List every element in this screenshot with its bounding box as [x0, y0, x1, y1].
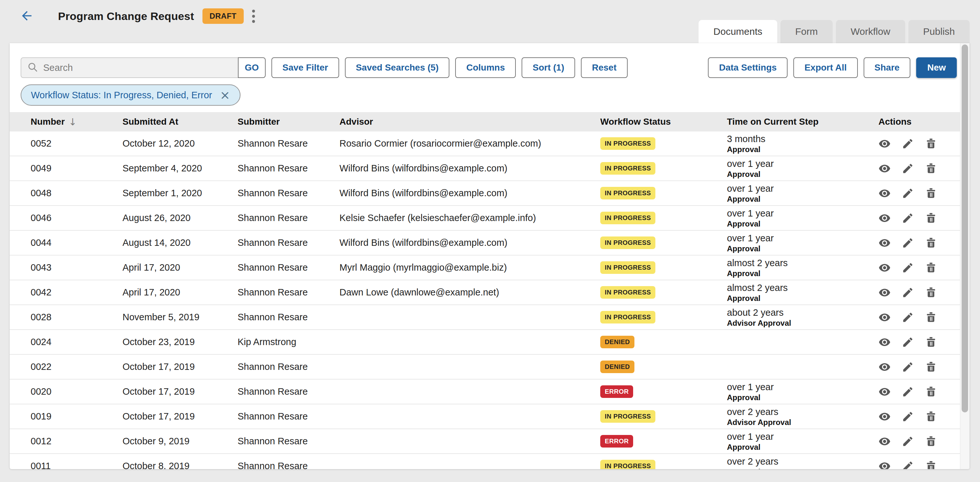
- cell-actions: [878, 237, 960, 249]
- view-button[interactable]: [878, 187, 891, 200]
- column-header-submitter[interactable]: Submitter: [238, 117, 339, 127]
- table-row[interactable]: 0024October 23, 2019Kip ArmstrongDENIED: [10, 330, 960, 355]
- edit-button[interactable]: [902, 162, 914, 174]
- delete-button[interactable]: [925, 138, 937, 150]
- delete-button[interactable]: [925, 187, 937, 200]
- delete-button[interactable]: [925, 435, 937, 447]
- column-header-time-on-current-step[interactable]: Time on Current Step: [727, 117, 878, 127]
- view-button[interactable]: [878, 162, 891, 174]
- columns-button[interactable]: Columns: [455, 57, 516, 78]
- table-row[interactable]: 0020October 17, 2019Shannon ResareERRORo…: [10, 379, 960, 404]
- table-row[interactable]: 0019October 17, 2019Shannon ResareIN PRO…: [10, 404, 960, 429]
- reset-button[interactable]: Reset: [581, 57, 627, 78]
- view-button[interactable]: [878, 237, 891, 249]
- view-button[interactable]: [878, 212, 891, 224]
- table-row[interactable]: 0012October 9, 2019Shannon ResareERRORov…: [10, 429, 960, 454]
- delete-button[interactable]: [925, 336, 937, 348]
- column-header-actions[interactable]: Actions: [878, 117, 970, 127]
- save-filter-button[interactable]: Save Filter: [271, 57, 339, 78]
- delete-button[interactable]: [925, 460, 937, 469]
- delete-button[interactable]: [925, 212, 937, 224]
- time-on-step-value: over 2 years: [727, 406, 878, 417]
- back-button[interactable]: [19, 9, 34, 24]
- search-input[interactable]: [43, 62, 232, 73]
- kebab-menu-icon[interactable]: [251, 8, 256, 24]
- table-row[interactable]: 0044August 14, 2020Shannon ResareWilford…: [10, 231, 960, 255]
- tab-form[interactable]: Form: [780, 20, 833, 43]
- delete-button[interactable]: [925, 237, 937, 249]
- chip-close-icon[interactable]: ×: [220, 89, 230, 101]
- view-button[interactable]: [878, 262, 891, 274]
- column-header-workflow-status[interactable]: Workflow Status: [600, 117, 727, 127]
- column-header-advisor[interactable]: Advisor: [339, 117, 600, 127]
- delete-button[interactable]: [925, 361, 937, 373]
- table-row[interactable]: 0043April 17, 2020Shannon ResareMyrl Mag…: [10, 255, 960, 280]
- edit-button[interactable]: [902, 138, 914, 150]
- table-row[interactable]: 0048September 1, 2020Shannon ResareWilfo…: [10, 181, 960, 206]
- cell-actions: [878, 435, 960, 447]
- view-button[interactable]: [878, 311, 891, 323]
- view-button[interactable]: [878, 336, 891, 348]
- delete-button[interactable]: [925, 287, 937, 299]
- table-row[interactable]: 0052October 12, 2020Shannon ResareRosari…: [10, 132, 960, 156]
- cell-actions: [878, 162, 960, 174]
- cell-submitted-at: October 9, 2019: [123, 436, 238, 447]
- cell-actions: [878, 386, 960, 398]
- tab-documents[interactable]: Documents: [698, 20, 777, 43]
- export-all-button[interactable]: Export All: [793, 57, 858, 78]
- tab-publish[interactable]: Publish: [908, 20, 970, 43]
- data-settings-button[interactable]: Data Settings: [708, 57, 788, 78]
- sort-1-button[interactable]: Sort (1): [522, 57, 575, 78]
- view-button[interactable]: [878, 287, 891, 299]
- edit-button[interactable]: [902, 311, 914, 323]
- edit-button[interactable]: [902, 361, 914, 373]
- delete-button[interactable]: [925, 311, 937, 323]
- edit-button[interactable]: [902, 411, 914, 423]
- view-button[interactable]: [878, 138, 891, 150]
- tab-workflow[interactable]: Workflow: [836, 20, 905, 43]
- edit-button[interactable]: [902, 336, 914, 348]
- edit-button[interactable]: [902, 262, 914, 274]
- edit-button[interactable]: [902, 212, 914, 224]
- workflow-status-badge: IN PROGRESS: [600, 286, 655, 299]
- cell-time-on-step: 3 monthsApproval: [727, 133, 878, 154]
- edit-button[interactable]: [902, 187, 914, 200]
- column-label: Time on Current Step: [727, 117, 818, 127]
- trash-icon: [925, 344, 937, 348]
- cell-workflow-status: IN PROGRESS: [600, 137, 727, 150]
- tab-bar: DocumentsFormWorkflowPublish: [698, 20, 970, 43]
- table-row[interactable]: 0042April 17, 2020Shannon ResareDawn Low…: [10, 280, 960, 305]
- edit-button[interactable]: [902, 237, 914, 249]
- edit-button[interactable]: [902, 287, 914, 299]
- delete-button[interactable]: [925, 262, 937, 274]
- view-button[interactable]: [878, 386, 891, 398]
- view-button[interactable]: [878, 361, 891, 373]
- cell-actions: [878, 138, 960, 150]
- table-row[interactable]: 0028November 5, 2019Shannon ResareIN PRO…: [10, 305, 960, 330]
- delete-button[interactable]: [925, 386, 937, 398]
- saved-searches-5-button[interactable]: Saved Searches (5): [345, 57, 450, 78]
- scrollbar-track[interactable]: [960, 43, 970, 469]
- table-row[interactable]: 0011October 8, 2019Shannon ResareIN PROG…: [10, 454, 960, 469]
- table-row[interactable]: 0046August 26, 2020Shannon ResareKelsie …: [10, 206, 960, 231]
- new-button[interactable]: New: [916, 57, 957, 78]
- edit-button[interactable]: [902, 435, 914, 447]
- column-header-submitted-at[interactable]: Submitted At: [123, 117, 238, 127]
- scrollbar-thumb[interactable]: [962, 44, 968, 412]
- edit-button[interactable]: [902, 386, 914, 398]
- delete-button[interactable]: [925, 411, 937, 423]
- column-header-number[interactable]: Number↓: [30, 116, 123, 128]
- delete-button[interactable]: [925, 162, 937, 174]
- view-button[interactable]: [878, 435, 891, 447]
- view-button[interactable]: [878, 411, 891, 423]
- cell-workflow-status: IN PROGRESS: [600, 212, 727, 224]
- edit-button[interactable]: [902, 460, 914, 469]
- current-step-name: Approval: [727, 194, 878, 204]
- trash-icon: [925, 394, 937, 398]
- share-button[interactable]: Share: [864, 57, 911, 78]
- workflow-status-filter-chip[interactable]: Workflow Status: In Progress, Denied, Er…: [21, 84, 240, 106]
- view-button[interactable]: [878, 460, 891, 469]
- go-button[interactable]: GO: [238, 57, 266, 78]
- table-row[interactable]: 0022October 17, 2019Shannon ResareDENIED: [10, 355, 960, 379]
- table-row[interactable]: 0049September 4, 2020Shannon ResareWilfo…: [10, 156, 960, 181]
